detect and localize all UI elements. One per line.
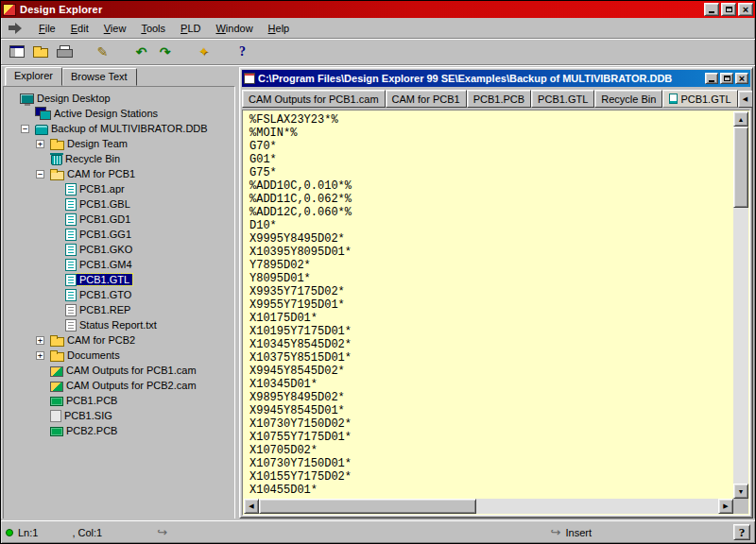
tree-item-status-report-txt[interactable]: Status Report.txt <box>6 317 232 332</box>
left-tab-browse-text[interactable]: Browse Text <box>61 68 137 86</box>
scroll-up-button[interactable]: ▲ <box>733 111 748 127</box>
report-icon <box>65 183 77 196</box>
document-window: C:\Program Files\Design Explorer 99 SE\E… <box>239 67 753 518</box>
tree-item-label[interactable]: PCB1.GG1 <box>77 229 134 240</box>
tree-item-cam-for-pcb2[interactable]: +CAM for PCB2 <box>6 332 232 348</box>
tree-item-active-design-stations[interactable]: Active Design Stations <box>6 106 232 121</box>
tree-item-label[interactable]: Recycle Bin <box>62 153 123 164</box>
menu-file[interactable]: File <box>31 20 63 37</box>
menu-help[interactable]: Help <box>261 20 298 37</box>
vertical-scrollbar[interactable]: ▲ ▼ <box>733 111 748 499</box>
tree-item-recycle-bin[interactable]: Recycle Bin <box>6 151 232 166</box>
tree-item-pcb1-gtl[interactable]: PCB1.GTL <box>6 272 232 287</box>
tree-item-label[interactable]: Active Design Stations <box>51 108 161 119</box>
tree-item-pcb1-gto[interactable]: PCB1.GTO <box>6 287 232 302</box>
help-button[interactable]: ? <box>231 42 254 62</box>
vertical-scroll-thumb[interactable] <box>733 127 748 208</box>
tree-item-label[interactable]: Design Desktop <box>34 93 113 104</box>
tree-item-label[interactable]: PCB1.GTL <box>77 274 132 285</box>
tree-indent <box>6 325 51 326</box>
design-manager-button[interactable] <box>5 42 28 62</box>
document-minimize-button[interactable] <box>705 73 718 84</box>
tree-item-pcb2-pcb[interactable]: PCB2.PCB <box>6 423 232 438</box>
document-tab-cam-outputs-for-pcb1-cam[interactable]: CAM Outputs for PCB1.cam <box>242 90 386 108</box>
tree-item-label[interactable]: PCB1.GBL <box>77 198 133 210</box>
tree-item-label[interactable]: CAM for PCB2 <box>64 334 138 346</box>
restore-button[interactable] <box>721 3 736 16</box>
open-folder-button[interactable] <box>28 42 52 62</box>
tree-item-label[interactable]: PCB1.GTO <box>77 289 134 300</box>
minimize-button[interactable] <box>704 3 719 16</box>
printer-button[interactable] <box>52 42 76 62</box>
tree-item-label[interactable]: PCB1.GD1 <box>77 213 133 225</box>
tree-item-pcb1-gg1[interactable]: PCB1.GG1 <box>6 227 232 242</box>
minimize-icon <box>709 80 714 82</box>
tab-scroll-left-button[interactable]: ◀ <box>738 91 752 108</box>
menu-window[interactable]: Window <box>208 20 260 37</box>
tree-item-backup-of-multivibrator-ddb[interactable]: −Backup of MULTIVIBRATOR.DDB <box>6 121 232 136</box>
tree-item-pcb1-apr[interactable]: PCB1.apr <box>6 181 232 196</box>
menu-tools[interactable]: Tools <box>133 20 173 37</box>
system-menu-arrow-icon[interactable] <box>9 23 22 34</box>
document-restore-button[interactable] <box>720 73 733 84</box>
horizontal-scroll-thumb[interactable] <box>259 499 476 514</box>
tree-item-label[interactable]: PCB1.SIG <box>61 410 115 421</box>
tree-item-label[interactable]: PCB2.PCB <box>63 425 120 436</box>
document-tab-recycle-bin[interactable]: Recycle Bin <box>594 90 662 108</box>
tree-item-pcb1-rep[interactable]: PCB1.REP <box>6 302 232 317</box>
tree-item-pcb1-gd1[interactable]: PCB1.GD1 <box>6 212 232 227</box>
scroll-left-button[interactable]: ◀ <box>244 499 259 514</box>
pencil-button[interactable]: ✎ <box>91 42 114 62</box>
minus-expander-icon[interactable]: − <box>36 170 44 178</box>
horizontal-scrollbar[interactable]: ◀ ▶ <box>244 499 733 514</box>
undo-button[interactable]: ↶ <box>129 42 153 62</box>
wand-button[interactable]: ✦ <box>192 42 215 62</box>
tree-item-cam-outputs-for-pcb1-cam[interactable]: CAM Outputs for PCB1.cam <box>6 363 232 378</box>
tree-item-label[interactable]: PCB1.GM4 <box>77 259 135 270</box>
close-button[interactable]: × <box>738 3 753 16</box>
tree-item-label[interactable]: Status Report.txt <box>77 319 160 331</box>
tree-item-label[interactable]: PCB1.apr <box>77 183 128 195</box>
tree-item-label[interactable]: PCB1.REP <box>77 304 133 315</box>
tree-item-cam-outputs-for-pcb2-cam[interactable]: CAM Outputs for PCB2.cam <box>6 378 232 393</box>
tree-item-pcb1-gbl[interactable]: PCB1.GBL <box>6 196 232 212</box>
text-editor[interactable]: %FSLAX23Y23*% %MOIN*% G70* G01* G75* %AD… <box>244 111 733 499</box>
tree-item-pcb1-sig[interactable]: PCB1.SIG <box>6 408 232 423</box>
redo-button[interactable]: ↷ <box>153 42 177 62</box>
tree-item-design-desktop[interactable]: Design Desktop <box>6 91 232 106</box>
left-tab-explorer[interactable]: Explorer <box>5 67 62 86</box>
vertical-scroll-track[interactable] <box>733 127 748 484</box>
menu-view[interactable]: View <box>96 20 134 37</box>
document-tab-pcb1-gtl[interactable]: PCB1.GTL <box>662 90 737 108</box>
minus-expander-icon[interactable]: − <box>21 125 29 133</box>
status-help-button[interactable]: ? <box>733 524 750 540</box>
scroll-down-button[interactable]: ▼ <box>733 484 748 499</box>
document-tab-pcb1-pcb[interactable]: PCB1.PCB <box>467 90 531 108</box>
tree-item-label[interactable]: Backup of MULTIVIBRATOR.DDB <box>48 123 211 134</box>
horizontal-scroll-track[interactable] <box>259 499 718 514</box>
menu-pld[interactable]: PLD <box>173 20 208 37</box>
tree-item-label[interactable]: CAM Outputs for PCB1.cam <box>63 365 199 376</box>
plus-expander-icon[interactable]: + <box>36 351 44 360</box>
tree-item-pcb1-gko[interactable]: PCB1.GKO <box>6 242 232 257</box>
tree-item-label[interactable]: Design Team <box>64 138 130 149</box>
tree-item-label[interactable]: CAM Outputs for PCB2.cam <box>63 380 199 391</box>
tree-item-label[interactable]: Documents <box>64 349 123 361</box>
tree-item-pcb1-gm4[interactable]: PCB1.GM4 <box>6 257 232 272</box>
tree-item-design-team[interactable]: +Design Team <box>6 136 232 151</box>
scroll-right-button[interactable]: ▶ <box>718 499 733 514</box>
tree-item-label[interactable]: CAM for PCB1 <box>64 168 138 179</box>
tree-indent <box>6 355 36 356</box>
tree-item-cam-for-pcb1[interactable]: −CAM for PCB1 <box>6 166 232 181</box>
tree-item-pcb1-pcb[interactable]: PCB1.PCB <box>6 393 232 408</box>
document-tab-cam-for-pcb1[interactable]: CAM for PCB1 <box>386 90 467 108</box>
document-close-button[interactable]: × <box>735 73 748 84</box>
document-tab-pcb1-gtl[interactable]: PCB1.GTL <box>531 90 594 108</box>
tree-item-documents[interactable]: +Documents <box>6 348 232 363</box>
help-icon: ? <box>239 45 246 59</box>
plus-expander-icon[interactable]: + <box>36 140 44 148</box>
tree-item-label[interactable]: PCB1.GKO <box>77 244 135 255</box>
menu-edit[interactable]: Edit <box>63 20 96 37</box>
tree-item-label[interactable]: PCB1.PCB <box>63 395 120 406</box>
plus-expander-icon[interactable]: + <box>36 336 44 345</box>
